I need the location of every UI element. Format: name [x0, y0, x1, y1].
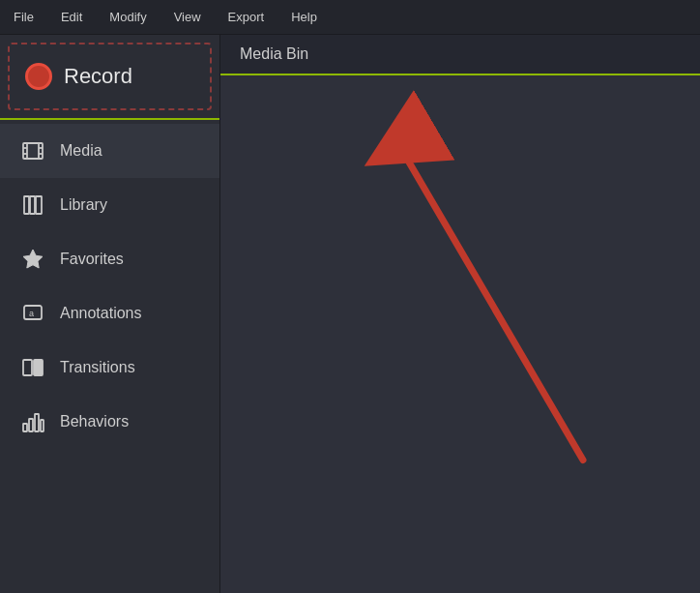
sidebar-item-favorites-label: Favorites [60, 251, 124, 268]
sidebar-item-annotations-label: Annotations [60, 305, 142, 322]
sidebar-item-behaviors[interactable]: Behaviors [0, 395, 219, 449]
content-header: Media Bin [220, 35, 700, 75]
book-icon [19, 192, 46, 219]
svg-text:a: a [29, 309, 34, 318]
sidebar-item-media-label: Media [60, 142, 102, 160]
menu-bar: File Edit Modify View Export Help [0, 0, 700, 35]
content-body [220, 75, 700, 593]
svg-rect-7 [24, 196, 29, 214]
sidebar-item-annotations[interactable]: a Annotations [0, 286, 219, 341]
behaviors-icon [19, 408, 46, 435]
sidebar-item-behaviors-label: Behaviors [60, 413, 129, 430]
svg-rect-9 [36, 196, 42, 214]
record-circle-icon [25, 63, 52, 90]
transitions-icon [19, 354, 46, 381]
sidebar-item-library-label: Library [60, 196, 107, 214]
svg-marker-10 [23, 250, 43, 268]
annotation-arrow [220, 75, 700, 593]
media-bin-title: Media Bin [240, 45, 308, 63]
sidebar-item-transitions-label: Transitions [60, 359, 135, 376]
svg-rect-13 [23, 360, 32, 375]
film-icon [19, 137, 46, 164]
menu-help[interactable]: Help [285, 6, 323, 28]
menu-export[interactable]: Export [222, 6, 271, 28]
sidebar-item-media[interactable]: Media [0, 124, 219, 178]
svg-rect-0 [23, 143, 43, 159]
sidebar-separator [0, 118, 219, 120]
main-content: Media Bin [220, 35, 700, 593]
svg-rect-15 [23, 424, 27, 431]
svg-line-20 [399, 146, 583, 460]
svg-rect-16 [29, 419, 33, 431]
app-body: Record Media [0, 35, 700, 593]
sidebar-item-transitions[interactable]: Transitions [0, 341, 219, 395]
sidebar-item-favorites[interactable]: Favorites [0, 232, 219, 286]
menu-view[interactable]: View [168, 6, 207, 28]
svg-rect-17 [35, 414, 39, 431]
menu-edit[interactable]: Edit [55, 6, 88, 28]
menu-modify[interactable]: Modify [103, 6, 152, 28]
annotation-icon: a [19, 300, 46, 327]
sidebar-item-library[interactable]: Library [0, 178, 219, 232]
star-icon [19, 246, 46, 273]
menu-file[interactable]: File [8, 6, 40, 28]
record-label: Record [64, 64, 132, 89]
sidebar: Record Media [0, 35, 220, 593]
svg-rect-14 [34, 360, 43, 375]
record-button[interactable]: Record [8, 43, 212, 110]
svg-rect-18 [41, 420, 44, 431]
svg-rect-8 [30, 196, 35, 214]
